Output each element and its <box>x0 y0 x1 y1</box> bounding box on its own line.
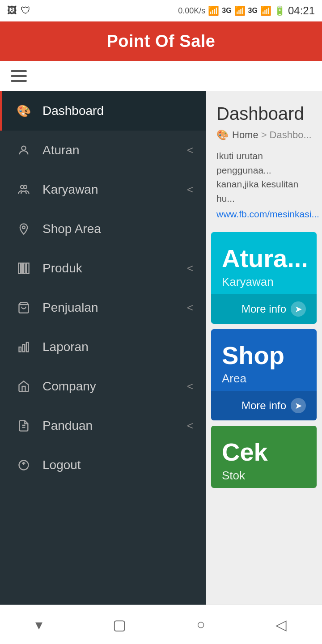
aturan-card-sub-label: Karyawan <box>222 275 306 289</box>
app-bar: Point Of Sale <box>0 21 322 61</box>
laporan-icon <box>15 341 33 353</box>
produk-arrow-icon: < <box>187 262 193 275</box>
shield-icon: 🛡 <box>21 5 30 17</box>
karyawan-icon <box>15 183 33 196</box>
penjualan-arrow-icon: < <box>187 301 193 314</box>
svg-rect-10 <box>23 344 25 352</box>
sidebar-label-laporan: Laporan <box>42 340 193 354</box>
dashboard-icon: 🎨 <box>15 104 33 118</box>
sidebar-label-aturan: Aturan <box>42 143 187 157</box>
karyawan-arrow-icon: < <box>187 183 193 196</box>
aturan-more-info-label: More info <box>242 303 286 315</box>
sidebar-item-company[interactable]: Company < <box>0 367 206 406</box>
sidebar: 🎨 Dashboard Aturan < Karyawan < Shop Are… <box>0 91 206 644</box>
panduan-arrow-icon: < <box>187 419 193 432</box>
hamburger-row <box>0 61 322 91</box>
shop-area-more-info-arrow: ➤ <box>291 398 306 413</box>
svg-rect-7 <box>26 263 29 273</box>
gallery-icon: 🖼 <box>7 5 17 17</box>
svg-rect-9 <box>19 347 21 352</box>
svg-point-0 <box>21 146 25 150</box>
shop-area-more-info-label: More info <box>242 399 286 412</box>
aturan-card-more-info[interactable]: More info ➤ <box>211 294 317 324</box>
status-bar-left: 🖼 🛡 <box>7 5 30 17</box>
hamburger-line-2 <box>11 75 27 77</box>
info-link[interactable]: www.fb.com/mesinkasi... <box>206 209 322 227</box>
aturan-icon <box>15 144 33 157</box>
svg-rect-4 <box>18 263 21 273</box>
sidebar-label-shop-area: Shop Area <box>42 222 193 236</box>
sidebar-label-dashboard: Dashboard <box>42 104 193 118</box>
logout-icon <box>15 459 33 471</box>
svg-rect-5 <box>21 263 22 273</box>
breadcrumb: 🎨 Home > Dashbo... <box>206 129 322 149</box>
aturan-arrow-icon: < <box>187 144 193 157</box>
right-panel: Dashboard 🎨 Home > Dashbo... Ikuti uruta… <box>206 91 322 644</box>
sidebar-label-produk: Produk <box>42 261 187 275</box>
status-time: 04:21 <box>288 4 315 17</box>
shop-area-card: Shop Area More info ➤ <box>211 329 317 421</box>
signal-icon: 📶 <box>234 5 246 16</box>
breadcrumb-icon: 🎨 <box>216 129 229 141</box>
panduan-icon <box>15 419 33 432</box>
bottom-nav: ▾ ▢ ○ ◁ <box>0 605 322 644</box>
aturan-card: Atura... Karyawan More info ➤ <box>211 232 317 324</box>
shop-area-card-main-label: Shop <box>222 342 306 369</box>
shop-area-icon <box>15 223 33 235</box>
breadcrumb-current: Dashbo... <box>270 129 312 141</box>
svg-point-3 <box>22 226 25 229</box>
hamburger-line-1 <box>11 70 27 72</box>
svg-rect-6 <box>24 263 25 273</box>
aturan-more-info-arrow: ➤ <box>291 301 306 317</box>
cek-stok-card-top: Cek Stok <box>211 426 317 488</box>
signal2-icon: 📶 <box>260 5 271 16</box>
sidebar-item-logout[interactable]: Logout <box>0 445 206 485</box>
svg-rect-11 <box>26 343 29 352</box>
breadcrumb-home[interactable]: Home <box>232 129 258 141</box>
sidebar-label-panduan: Panduan <box>42 419 187 433</box>
aturan-card-top: Atura... Karyawan <box>211 232 317 294</box>
network-speed: 0.00K/s <box>178 6 205 16</box>
nav-down-button[interactable]: ▾ <box>25 611 53 639</box>
nav-circle-button[interactable]: ○ <box>186 611 216 638</box>
shop-area-card-sub-label: Area <box>222 372 306 386</box>
shop-area-card-more-info[interactable]: More info ➤ <box>211 391 317 420</box>
status-bar-right: 0.00K/s 📶 3G 📶 3G 📶 🔋 04:21 <box>178 4 315 17</box>
breadcrumb-separator: > <box>261 129 267 141</box>
sidebar-item-laporan[interactable]: Laporan <box>0 327 206 367</box>
sidebar-item-dashboard[interactable]: 🎨 Dashboard <box>0 91 206 131</box>
sidebar-item-aturan[interactable]: Aturan < <box>0 131 206 170</box>
hamburger-line-3 <box>11 80 27 82</box>
sidebar-label-penjualan: Penjualan <box>42 301 187 315</box>
cek-stok-card-sub-label: Stok <box>222 469 306 483</box>
company-arrow-icon: < <box>187 380 193 393</box>
3g-icon: 3G <box>222 7 231 15</box>
sidebar-item-penjualan[interactable]: Penjualan < <box>0 288 206 327</box>
main-layout: 🎨 Dashboard Aturan < Karyawan < Shop Are… <box>0 91 322 644</box>
sidebar-label-company: Company <box>42 379 187 394</box>
company-icon <box>15 380 33 393</box>
cek-stok-card: Cek Stok <box>211 426 317 488</box>
wifi-icon: 📶 <box>208 5 219 16</box>
aturan-card-main-label: Atura... <box>222 245 306 272</box>
nav-back-button[interactable]: ◁ <box>265 611 297 639</box>
battery-icon: 🔋 <box>274 5 285 16</box>
sidebar-item-karyawan[interactable]: Karyawan < <box>0 170 206 209</box>
produk-icon <box>15 262 33 275</box>
cek-stok-card-main-label: Cek <box>222 438 306 466</box>
hamburger-button[interactable] <box>11 70 27 82</box>
nav-square-button[interactable]: ▢ <box>102 611 137 639</box>
info-text: Ikuti urutan penggunaa... kanan,jika kes… <box>206 149 322 209</box>
sidebar-label-karyawan: Karyawan <box>42 182 187 197</box>
sidebar-item-produk[interactable]: Produk < <box>0 249 206 288</box>
dashboard-title: Dashboard <box>206 91 322 129</box>
sidebar-item-panduan[interactable]: Panduan < <box>0 406 206 445</box>
sidebar-label-logout: Logout <box>42 458 193 472</box>
app-title: Point Of Sale <box>107 32 216 51</box>
shop-area-card-top: Shop Area <box>211 329 317 391</box>
3g2-icon: 3G <box>248 7 258 15</box>
status-bar: 🖼 🛡 0.00K/s 📶 3G 📶 3G 📶 🔋 04:21 <box>0 0 322 21</box>
sidebar-item-shop-area[interactable]: Shop Area <box>0 209 206 249</box>
svg-point-2 <box>24 186 27 189</box>
penjualan-icon <box>15 301 33 314</box>
